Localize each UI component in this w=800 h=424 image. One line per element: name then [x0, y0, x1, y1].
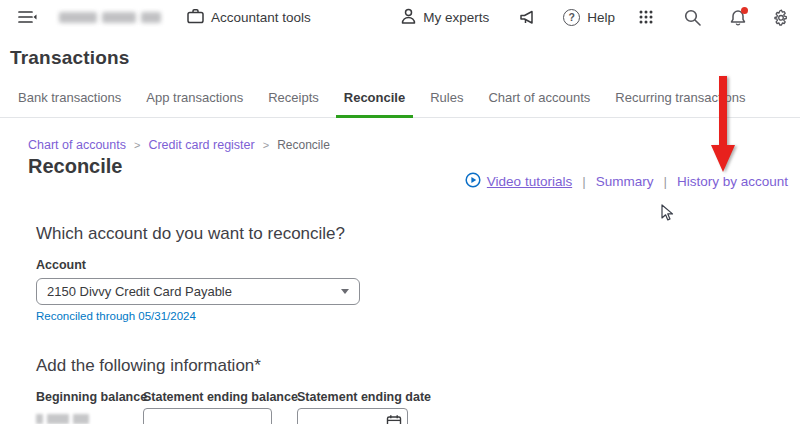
tab-rules[interactable]: Rules [422, 90, 471, 118]
notifications-bell-icon[interactable] [730, 9, 746, 26]
statement-ending-balance-input[interactable] [143, 408, 272, 424]
accountant-tools-button[interactable]: Accountant tools [187, 8, 311, 27]
person-icon [401, 8, 416, 27]
beginning-balance-label: Beginning balance [36, 390, 143, 404]
breadcrumb-separator: > [263, 139, 269, 151]
help-button[interactable]: ? Help [563, 9, 615, 26]
page-section-title: Transactions [10, 47, 800, 69]
breadcrumb-credit-card-register[interactable]: Credit card register [148, 138, 254, 152]
briefcase-icon [187, 8, 204, 27]
red-annotation-arrow [705, 74, 741, 176]
statement-ending-balance-label: Statement ending balance [143, 390, 297, 404]
chevron-down-icon [341, 289, 349, 294]
topbar-right: My experts ? Help [401, 8, 790, 27]
statement-ending-date-column: Statement ending date [297, 376, 409, 424]
tab-chart-of-accounts[interactable]: Chart of accounts [480, 90, 598, 118]
quickbooks-reconcile-page: Accountant tools My experts [0, 0, 800, 424]
company-name-redacted[interactable] [59, 12, 161, 23]
statement-ending-balance-column: Statement ending balance [143, 376, 297, 424]
link-separator: | [582, 174, 586, 189]
info-section: Add the following information* Beginning… [36, 356, 800, 424]
beginning-balance-column: Beginning balance [36, 376, 143, 424]
transactions-tab-bar: Bank transactions App transactions Recei… [0, 90, 800, 118]
breadcrumb-separator: > [134, 139, 140, 151]
settings-gear-icon[interactable] [773, 9, 790, 26]
summary-link[interactable]: Summary [596, 174, 654, 189]
beginning-balance-value-redacted [36, 414, 143, 424]
mouse-cursor [661, 204, 675, 222]
info-section-heading: Add the following information* [36, 356, 800, 376]
statement-ending-date-label: Statement ending date [297, 390, 409, 404]
collapse-menu-icon[interactable] [18, 10, 37, 24]
my-experts-label: My experts [423, 10, 489, 25]
history-by-account-link[interactable]: History by account [677, 174, 788, 189]
calendar-icon[interactable] [386, 414, 402, 424]
reconciled-through-link[interactable]: Reconciled through 05/31/2024 [36, 310, 800, 322]
accountant-tools-label: Accountant tools [211, 10, 311, 25]
account-dropdown[interactable]: 2150 Divvy Credit Card Payable [36, 278, 360, 305]
tab-receipts[interactable]: Receipts [260, 90, 327, 118]
breadcrumb-current: Reconcile [277, 138, 330, 152]
breadcrumb: Chart of accounts > Credit card register… [28, 138, 800, 152]
my-experts-button[interactable]: My experts [401, 8, 489, 27]
search-icon[interactable] [684, 9, 701, 26]
notification-dot [741, 7, 748, 14]
statement-ending-date-field [297, 408, 408, 424]
video-tutorials-label: Video tutorials [487, 174, 572, 189]
top-navigation-bar: Accountant tools My experts [0, 0, 800, 30]
account-section: Which account do you want to reconcile? … [36, 224, 800, 322]
account-dropdown-value: 2150 Divvy Credit Card Payable [47, 284, 232, 299]
tab-bank-transactions[interactable]: Bank transactions [10, 90, 129, 118]
video-tutorials-link[interactable]: Video tutorials [465, 172, 572, 191]
play-circle-icon [465, 172, 481, 191]
topbar-left: Accountant tools [18, 8, 311, 27]
info-fields-row: Beginning balance Statement ending balan… [36, 376, 800, 424]
account-field-label: Account [36, 258, 800, 272]
main-content: Which account do you want to reconcile? … [0, 224, 800, 424]
apps-grid-icon[interactable] [639, 10, 653, 24]
help-label: Help [587, 10, 615, 25]
account-section-heading: Which account do you want to reconcile? [36, 224, 800, 244]
tab-reconcile[interactable]: Reconcile [336, 90, 413, 118]
breadcrumb-chart-of-accounts[interactable]: Chart of accounts [28, 138, 126, 152]
tab-app-transactions[interactable]: App transactions [138, 90, 251, 118]
link-separator: | [663, 174, 667, 189]
megaphone-icon[interactable] [519, 10, 536, 25]
help-icon: ? [563, 9, 580, 26]
